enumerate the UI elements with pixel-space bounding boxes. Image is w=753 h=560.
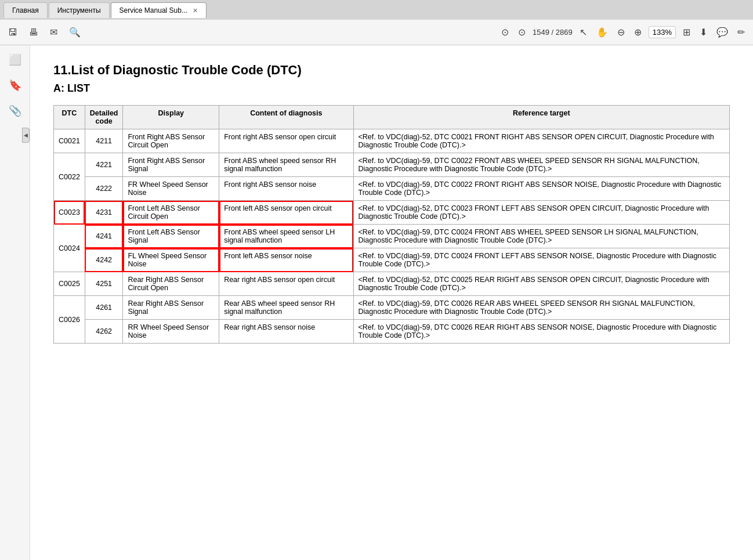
main-layout: ⬜ 🔖 📎 ◀ 11.List of Diagnostic Trouble Co… (0, 45, 753, 560)
display-cell: Rear Right ABS Sensor Signal (123, 296, 219, 320)
sidebar-bookmark-icon[interactable]: 🔖 (6, 77, 24, 94)
code-cell: 4211 (85, 129, 123, 153)
scroll-down-icon[interactable]: ⊙ (516, 24, 528, 40)
sidebar-copy-icon[interactable]: ⬜ (6, 51, 24, 68)
doc-title: 11.List of Diagnostic Trouble Code (DTC) (53, 63, 730, 78)
reference-cell: <Ref. to VDC(diag)-59, DTC C0024 FRONT L… (353, 248, 729, 272)
table-row: C00264261Rear Right ABS Sensor SignalRea… (54, 296, 730, 320)
reference-cell: <Ref. to VDC(diag)-59, DTC C0026 REAR RI… (353, 320, 729, 344)
table-row: C00254251Rear Right ABS Sensor Circuit O… (54, 272, 730, 296)
table-row: C00214211Front Right ABS Sensor Circuit … (54, 129, 730, 153)
zoom-in-icon[interactable]: ⊕ (632, 24, 644, 40)
fit-page-icon[interactable]: ⊞ (680, 24, 693, 40)
content-cell: Front ABS wheel speed sensor LH signal m… (219, 225, 353, 248)
save-icon[interactable]: 🖫 (6, 25, 20, 40)
tab-tools[interactable]: Инструменты (49, 2, 110, 18)
browser-tabs: Главная Инструменты Service Manual Sub..… (0, 0, 753, 20)
sidebar-clip-icon[interactable]: 📎 (6, 102, 24, 120)
left-sidebar: ⬜ 🔖 📎 ◀ (0, 45, 30, 560)
dtc-cell: C0023 (54, 201, 85, 225)
dtc-cell: C0026 (54, 296, 85, 344)
display-cell: Front Right ABS Sensor Circuit Open (123, 129, 219, 153)
page-info: 1549 / 2869 (533, 28, 573, 37)
dtc-cell: C0021 (54, 129, 85, 153)
nav-group: ⊙ ⊙ 1549 / 2869 ↖ ✋ ⊖ ⊕ 133% ⊞ ⬇ 💬 ✏ (499, 24, 747, 40)
col-header-detailed: Detailedcode (85, 106, 123, 129)
code-cell: 4241 (85, 225, 123, 248)
content-cell: Front left ABS sensor open circuit (219, 201, 353, 225)
content-cell: Rear right ABS sensor open circuit (219, 272, 353, 296)
scroll-up-icon[interactable]: ⊙ (499, 24, 511, 40)
close-tab-icon[interactable]: ✕ (193, 7, 198, 14)
code-cell: 4231 (85, 201, 123, 225)
code-cell: 4262 (85, 320, 123, 344)
dtc-cell: C0024 (54, 225, 85, 272)
table-row: 4242FL Wheel Speed Sensor NoiseFront lef… (54, 248, 730, 272)
code-cell: 4222 (85, 177, 123, 201)
col-header-dtc: DTC (54, 106, 85, 129)
tab-service-manual[interactable]: Service Manual Sub... ✕ (111, 2, 207, 18)
col-header-content: Content of diagnosis (219, 106, 353, 129)
dtc-table: DTC Detailedcode Display Content of diag… (53, 105, 730, 344)
table-row: C00244241Front Left ABS Sensor SignalFro… (54, 225, 730, 248)
tab-home[interactable]: Главная (3, 2, 48, 18)
content-cell: Rear ABS wheel speed sensor RH signal ma… (219, 296, 353, 320)
code-cell: 4242 (85, 248, 123, 272)
reference-cell: <Ref. to VDC(diag)-59, DTC C0024 FRONT A… (353, 225, 729, 248)
content-cell: Front left ABS sensor noise (219, 248, 353, 272)
content-cell: Front right ABS sensor open circuit (219, 129, 353, 153)
dtc-cell: C0022 (54, 153, 85, 201)
comment-icon[interactable]: 💬 (714, 24, 730, 40)
display-cell: Rear Right ABS Sensor Circuit Open (123, 272, 219, 296)
col-header-display: Display (123, 106, 219, 129)
table-row: C00224221Front Right ABS Sensor SignalFr… (54, 153, 730, 177)
col-header-reference: Reference target (353, 106, 729, 129)
content-cell: Front right ABS sensor noise (219, 177, 353, 201)
display-cell: FL Wheel Speed Sensor Noise (123, 248, 219, 272)
reference-cell: <Ref. to VDC(diag)-59, DTC C0022 FRONT R… (353, 177, 729, 201)
toolbar: 🖫 🖶 ✉ 🔍 ⊙ ⊙ 1549 / 2869 ↖ ✋ ⊖ ⊕ 133% ⊞ ⬇… (0, 20, 753, 45)
download-icon[interactable]: ⬇ (697, 24, 709, 40)
pointer-icon[interactable]: ↖ (577, 24, 589, 40)
code-cell: 4221 (85, 153, 123, 177)
reference-cell: <Ref. to VDC(diag)-52, DTC C0023 FRONT L… (353, 201, 729, 225)
display-cell: FR Wheel Speed Sensor Noise (123, 177, 219, 201)
search-icon[interactable]: 🔍 (67, 24, 83, 40)
edit-icon[interactable]: ✏ (735, 24, 747, 40)
email-icon[interactable]: ✉ (48, 24, 60, 40)
display-cell: Front Left ABS Sensor Signal (123, 225, 219, 248)
reference-cell: <Ref. to VDC(diag)-59, DTC C0022 FRONT A… (353, 153, 729, 177)
code-cell: 4261 (85, 296, 123, 320)
display-cell: Front Left ABS Sensor Circuit Open (123, 201, 219, 225)
reference-cell: <Ref. to VDC(diag)-59, DTC C0026 REAR AB… (353, 296, 729, 320)
display-cell: RR Wheel Speed Sensor Noise (123, 320, 219, 344)
table-row: C00234231Front Left ABS Sensor Circuit O… (54, 201, 730, 225)
content-area: 11.List of Diagnostic Trouble Code (DTC)… (30, 45, 753, 560)
dtc-cell: C0025 (54, 272, 85, 296)
sidebar-collapse-button[interactable]: ◀ (22, 128, 30, 143)
print-icon[interactable]: 🖶 (27, 25, 41, 40)
display-cell: Front Right ABS Sensor Signal (123, 153, 219, 177)
zoom-out-icon[interactable]: ⊖ (615, 24, 627, 40)
table-row: 4222FR Wheel Speed Sensor NoiseFront rig… (54, 177, 730, 201)
table-row: 4262RR Wheel Speed Sensor NoiseRear righ… (54, 320, 730, 344)
hand-icon[interactable]: ✋ (594, 24, 610, 40)
zoom-level[interactable]: 133% (649, 26, 676, 38)
content-cell: Front ABS wheel speed sensor RH signal m… (219, 153, 353, 177)
doc-subtitle: A: LIST (53, 82, 730, 95)
content-cell: Rear right ABS sensor noise (219, 320, 353, 344)
reference-cell: <Ref. to VDC(diag)-52, DTC C0021 FRONT R… (353, 129, 729, 153)
reference-cell: <Ref. to VDC(diag)-52, DTC C0025 REAR RI… (353, 272, 729, 296)
code-cell: 4251 (85, 272, 123, 296)
